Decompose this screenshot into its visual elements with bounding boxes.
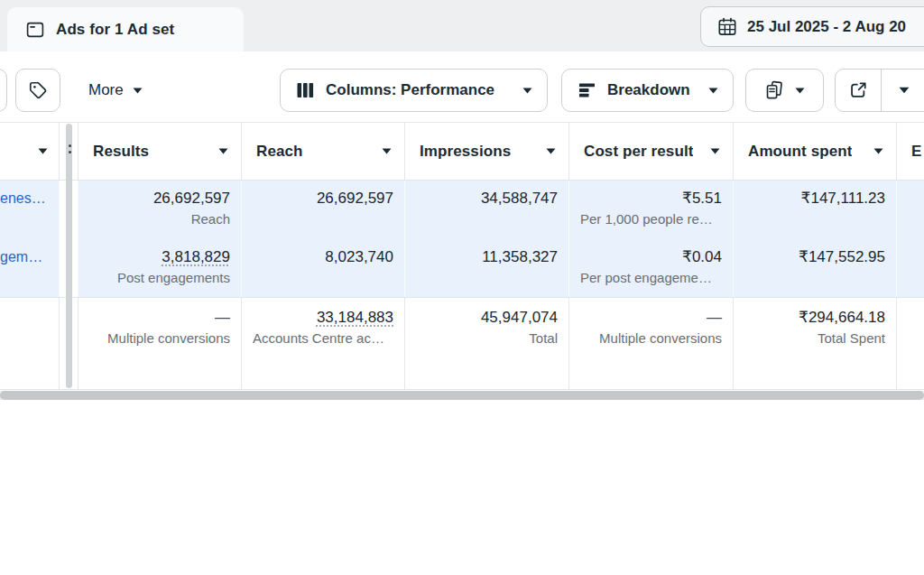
tab-label: Ads for 1 Ad set	[56, 21, 174, 39]
table-row[interactable]: enes… 26,692,597 Reach 26,692,597 34,588…	[0, 181, 924, 239]
cell-reach: 26,692,597	[241, 181, 404, 239]
columns-button[interactable]: Columns: Performance	[280, 69, 548, 112]
totals-results: — Multiple conversions	[78, 298, 241, 389]
chevron-down-icon[interactable]	[38, 148, 48, 154]
toolbar-partial-button[interactable]	[0, 69, 7, 112]
ads-table: Results Reach Impressions Cost per resul…	[0, 122, 924, 390]
vertical-scrollbar[interactable]	[66, 124, 72, 388]
totals-amount-spent: ₹294,664.18 Total Spent	[733, 298, 896, 389]
cell-amount-spent: ₹147,552.95	[733, 239, 896, 297]
export-button[interactable]	[836, 70, 881, 111]
cell-amount-spent: ₹147,111.23	[733, 181, 896, 239]
cell-results: 26,692,597 Reach	[78, 181, 241, 239]
column-header-impressions[interactable]: Impressions	[404, 123, 568, 180]
column-header-reach[interactable]: Reach	[241, 123, 404, 180]
totals-cost-per-result: — Multiple conversions	[568, 298, 733, 389]
cell-results: 3,818,829 Post engagements	[78, 239, 241, 297]
column-header-partial[interactable]: En	[896, 123, 924, 180]
top-bar: Ads for 1 Ad set 25 Jul 2025 - 2 Aug 20	[0, 0, 924, 51]
ad-name-link[interactable]: gem…	[0, 239, 59, 267]
cell-impressions: 34,588,747	[404, 181, 568, 239]
totals-partial	[896, 298, 924, 389]
chevron-down-icon	[522, 88, 532, 94]
column-header-amount-spent[interactable]: Amount spent	[733, 123, 896, 180]
chevron-down-icon[interactable]	[546, 148, 556, 154]
cell-cost-per-result: ₹5.51 Per 1,000 people re…	[568, 181, 733, 239]
ad-name-link[interactable]: enes…	[0, 181, 59, 209]
columns-icon	[297, 81, 314, 99]
export-icon	[848, 80, 868, 100]
results-metric-link[interactable]: 3,818,829	[162, 248, 230, 265]
chevron-down-icon	[708, 88, 718, 94]
totals-reach: 33,184,883 Accounts Centre ac…	[241, 298, 404, 389]
reports-button[interactable]	[745, 69, 824, 112]
ads-manager-screen: Ads for 1 Ad set 25 Jul 2025 - 2 Aug 20	[0, 0, 924, 575]
breakdown-icon	[578, 82, 596, 98]
chevron-down-icon	[899, 87, 910, 94]
table-header-row: Results Reach Impressions Cost per resul…	[0, 122, 924, 181]
breakdown-label: Breakdown	[607, 81, 690, 99]
reports-icon	[764, 80, 784, 100]
date-range-button[interactable]: 25 Jul 2025 - 2 Aug 20	[700, 6, 924, 47]
column-header-name[interactable]	[0, 123, 60, 180]
export-options-button[interactable]	[882, 70, 924, 111]
horizontal-scrollbar-track[interactable]	[0, 391, 924, 400]
date-range-label: 25 Jul 2025 - 2 Aug 20	[747, 18, 906, 36]
cell-impressions: 11,358,327	[404, 239, 568, 297]
calendar-icon	[717, 17, 737, 37]
columns-label: Columns: Performance	[326, 81, 494, 99]
more-dropdown[interactable]: More	[88, 69, 143, 112]
export-split-button	[835, 69, 924, 112]
tab-ads-for-ad-set[interactable]: Ads for 1 Ad set	[7, 7, 244, 51]
chevron-down-icon[interactable]	[382, 148, 392, 154]
totals-impressions: 45,947,074 Total	[404, 298, 568, 389]
chevron-down-icon[interactable]	[218, 148, 228, 154]
table-row[interactable]: gem… 3,818,829 Post engagements 8,023,74…	[0, 239, 924, 298]
column-drag-handle-icon[interactable]	[69, 144, 71, 157]
cell-cost-per-result: ₹0.04 Per post engageme…	[568, 239, 733, 297]
table-totals-row: — Multiple conversions 33,184,883 Accoun…	[0, 298, 924, 390]
cell-partial	[896, 181, 924, 239]
horizontal-scrollbar-thumb[interactable]	[0, 391, 924, 400]
chevron-down-icon[interactable]	[710, 148, 720, 154]
cell-partial	[896, 239, 924, 297]
chevron-down-icon	[795, 88, 805, 94]
chevron-down-icon	[133, 88, 143, 94]
column-header-cost-per-result[interactable]: Cost per result	[568, 123, 733, 180]
tag-icon	[28, 80, 48, 100]
window-icon	[26, 21, 44, 39]
reach-metric-link[interactable]: 33,184,883	[317, 309, 393, 326]
tags-button[interactable]	[15, 69, 60, 112]
cell-reach: 8,023,740	[241, 239, 404, 297]
column-header-results[interactable]: Results	[78, 123, 241, 180]
more-label: More	[88, 81, 124, 99]
breakdown-button[interactable]: Breakdown	[561, 69, 734, 112]
chevron-down-icon[interactable]	[873, 148, 883, 154]
